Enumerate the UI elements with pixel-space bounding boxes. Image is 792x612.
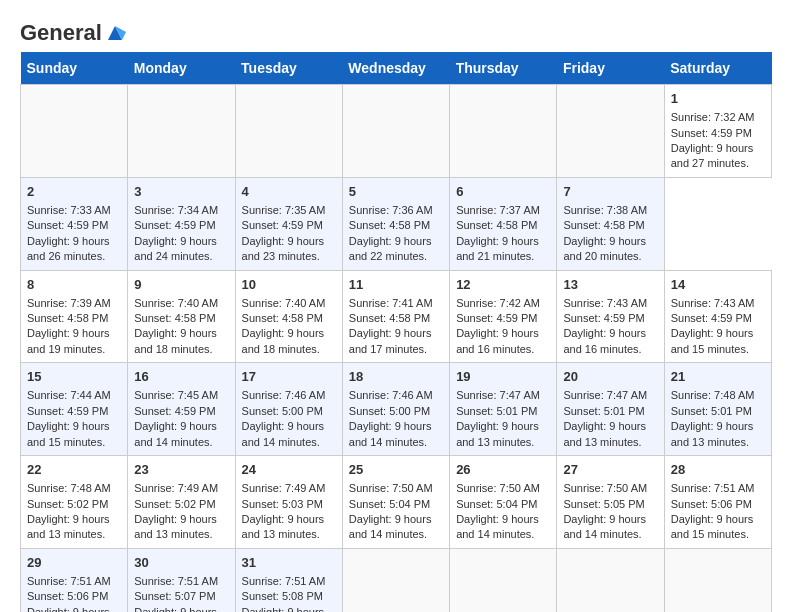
day-cell-23: 23Sunrise: 7:49 AMSunset: 5:02 PMDayligh…: [128, 456, 235, 549]
day-cell-27: 27Sunrise: 7:50 AMSunset: 5:05 PMDayligh…: [557, 456, 664, 549]
day-cell-9: 9Sunrise: 7:40 AMSunset: 4:58 PMDaylight…: [128, 270, 235, 363]
day-cell-16: 16Sunrise: 7:45 AMSunset: 4:59 PMDayligh…: [128, 363, 235, 456]
week-row-1: 1Sunrise: 7:32 AMSunset: 4:59 PMDaylight…: [21, 85, 772, 178]
day-cell-25: 25Sunrise: 7:50 AMSunset: 5:04 PMDayligh…: [342, 456, 449, 549]
day-cell-29: 29Sunrise: 7:51 AMSunset: 5:06 PMDayligh…: [21, 548, 128, 612]
day-cell-14: 14Sunrise: 7:43 AMSunset: 4:59 PMDayligh…: [664, 270, 771, 363]
col-header-friday: Friday: [557, 52, 664, 85]
week-row-4: 15Sunrise: 7:44 AMSunset: 4:59 PMDayligh…: [21, 363, 772, 456]
day-cell-18: 18Sunrise: 7:46 AMSunset: 5:00 PMDayligh…: [342, 363, 449, 456]
logo-text-general: General: [20, 20, 102, 46]
page-header: General: [20, 20, 772, 42]
day-cell-26: 26Sunrise: 7:50 AMSunset: 5:04 PMDayligh…: [450, 456, 557, 549]
day-cell-31: 31Sunrise: 7:51 AMSunset: 5:08 PMDayligh…: [235, 548, 342, 612]
day-cell-20: 20Sunrise: 7:47 AMSunset: 5:01 PMDayligh…: [557, 363, 664, 456]
header-row: SundayMondayTuesdayWednesdayThursdayFrid…: [21, 52, 772, 85]
day-cell-17: 17Sunrise: 7:46 AMSunset: 5:00 PMDayligh…: [235, 363, 342, 456]
empty-cell: [557, 548, 664, 612]
day-cell-10: 10Sunrise: 7:40 AMSunset: 4:58 PMDayligh…: [235, 270, 342, 363]
day-cell-6: 6Sunrise: 7:37 AMSunset: 4:58 PMDaylight…: [450, 177, 557, 270]
day-cell-2: 2Sunrise: 7:33 AMSunset: 4:59 PMDaylight…: [21, 177, 128, 270]
col-header-tuesday: Tuesday: [235, 52, 342, 85]
day-cell-7: 7Sunrise: 7:38 AMSunset: 4:58 PMDaylight…: [557, 177, 664, 270]
empty-cell: [342, 548, 449, 612]
day-cell-5: 5Sunrise: 7:36 AMSunset: 4:58 PMDaylight…: [342, 177, 449, 270]
empty-cell: [450, 85, 557, 178]
empty-cell: [557, 85, 664, 178]
col-header-thursday: Thursday: [450, 52, 557, 85]
empty-cell: [235, 85, 342, 178]
week-row-3: 8Sunrise: 7:39 AMSunset: 4:58 PMDaylight…: [21, 270, 772, 363]
logo: General: [20, 20, 126, 42]
day-cell-8: 8Sunrise: 7:39 AMSunset: 4:58 PMDaylight…: [21, 270, 128, 363]
logo-icon: [104, 22, 126, 44]
week-row-5: 22Sunrise: 7:48 AMSunset: 5:02 PMDayligh…: [21, 456, 772, 549]
day-cell-12: 12Sunrise: 7:42 AMSunset: 4:59 PMDayligh…: [450, 270, 557, 363]
col-header-monday: Monday: [128, 52, 235, 85]
day-cell-4: 4Sunrise: 7:35 AMSunset: 4:59 PMDaylight…: [235, 177, 342, 270]
empty-cell: [450, 548, 557, 612]
day-cell-28: 28Sunrise: 7:51 AMSunset: 5:06 PMDayligh…: [664, 456, 771, 549]
col-header-wednesday: Wednesday: [342, 52, 449, 85]
day-cell-11: 11Sunrise: 7:41 AMSunset: 4:58 PMDayligh…: [342, 270, 449, 363]
day-cell-24: 24Sunrise: 7:49 AMSunset: 5:03 PMDayligh…: [235, 456, 342, 549]
empty-cell: [664, 548, 771, 612]
empty-cell: [128, 85, 235, 178]
day-cell-22: 22Sunrise: 7:48 AMSunset: 5:02 PMDayligh…: [21, 456, 128, 549]
day-cell-21: 21Sunrise: 7:48 AMSunset: 5:01 PMDayligh…: [664, 363, 771, 456]
day-cell-19: 19Sunrise: 7:47 AMSunset: 5:01 PMDayligh…: [450, 363, 557, 456]
day-cell-1: 1Sunrise: 7:32 AMSunset: 4:59 PMDaylight…: [664, 85, 771, 178]
day-cell-13: 13Sunrise: 7:43 AMSunset: 4:59 PMDayligh…: [557, 270, 664, 363]
day-cell-30: 30Sunrise: 7:51 AMSunset: 5:07 PMDayligh…: [128, 548, 235, 612]
day-cell-3: 3Sunrise: 7:34 AMSunset: 4:59 PMDaylight…: [128, 177, 235, 270]
day-cell-15: 15Sunrise: 7:44 AMSunset: 4:59 PMDayligh…: [21, 363, 128, 456]
calendar-table: SundayMondayTuesdayWednesdayThursdayFrid…: [20, 52, 772, 612]
week-row-6: 29Sunrise: 7:51 AMSunset: 5:06 PMDayligh…: [21, 548, 772, 612]
col-header-sunday: Sunday: [21, 52, 128, 85]
empty-cell: [21, 85, 128, 178]
empty-cell: [342, 85, 449, 178]
week-row-2: 2Sunrise: 7:33 AMSunset: 4:59 PMDaylight…: [21, 177, 772, 270]
col-header-saturday: Saturday: [664, 52, 771, 85]
